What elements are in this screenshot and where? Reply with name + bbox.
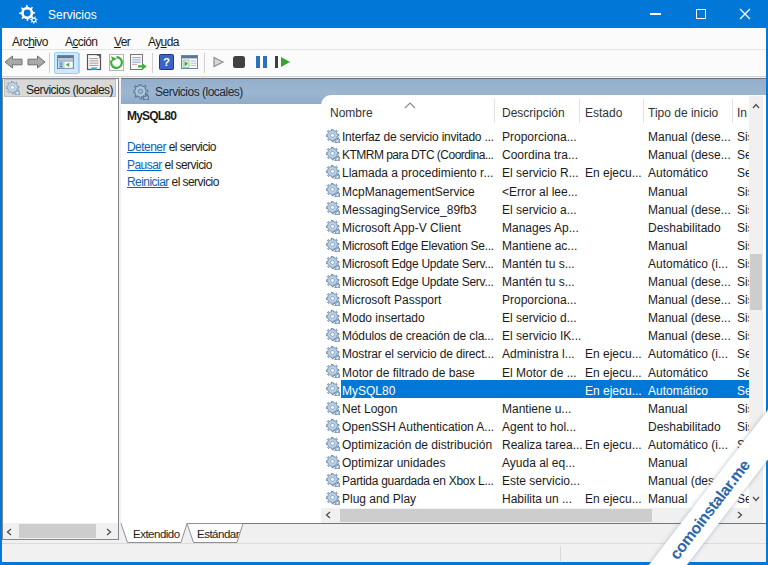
svg-text:?: ? xyxy=(163,56,170,68)
